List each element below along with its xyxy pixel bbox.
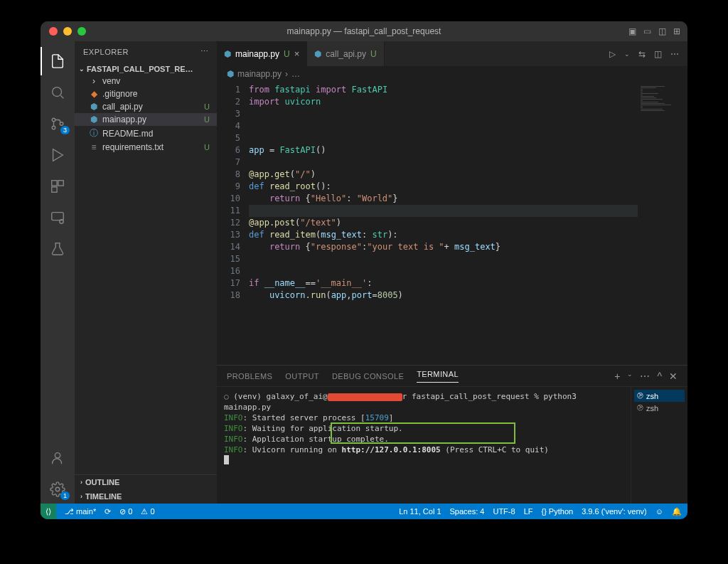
close-panel-icon[interactable]: ✕ [669, 371, 678, 382]
terminal-list-item[interactable]: ⧁zsh [634, 390, 685, 402]
breadcrumb[interactable]: ⬢ mainapp.py › … [217, 66, 687, 82]
terminal-chevron-icon[interactable]: ⌄ [627, 371, 633, 382]
tab-call_api-py[interactable]: ⬢call_api.py U [307, 41, 384, 66]
run-chevron-icon[interactable]: ⌄ [624, 50, 630, 58]
file-name: venv [102, 76, 120, 86]
more-actions-icon[interactable]: ⋯ [670, 49, 679, 59]
svg-rect-4 [52, 181, 57, 186]
file-item-mainapp-py[interactable]: ⬢mainapp.pyU [75, 113, 217, 126]
outline-section[interactable]: ›OUTLINE [75, 475, 217, 489]
close-icon[interactable] [49, 27, 58, 36]
svg-point-2 [52, 126, 55, 129]
sidebar-footer: ›OUTLINE ›TIMELINE [75, 474, 217, 504]
code-line [249, 253, 638, 265]
tab-debug-console[interactable]: DEBUG CONSOLE [332, 372, 404, 381]
file-item-venv[interactable]: ›venv [75, 75, 217, 87]
maximize-panel-icon[interactable]: ^ [657, 371, 662, 382]
layout-customize-icon[interactable]: ⊞ [673, 26, 680, 36]
errors-count[interactable]: ⊘ 0 [119, 507, 132, 516]
search-icon[interactable] [41, 78, 75, 107]
python-icon: ⬢ [227, 69, 234, 79]
code-line: return {"Hello": "World"} [249, 193, 638, 205]
minimap[interactable] [638, 82, 687, 365]
tab-problems[interactable]: PROBLEMS [227, 372, 272, 381]
layout-split-icon[interactable]: ◫ [658, 26, 666, 36]
info-icon: ⓘ [89, 127, 99, 139]
cursor-position[interactable]: Ln 11, Col 1 [399, 507, 441, 516]
maximize-icon[interactable] [77, 27, 86, 36]
split-editor-icon[interactable]: ◫ [654, 49, 662, 59]
chevron-down-icon: ⌄ [79, 65, 85, 73]
language-mode[interactable]: {} Python [541, 507, 573, 516]
window-title: mainapp.py — fastapi_call_post_request [287, 26, 441, 36]
layout-sidebar-icon[interactable]: ▭ [643, 26, 651, 36]
terminal-more-icon[interactable]: ⋯ [640, 371, 650, 382]
code-line: uvicorn.run(app,port=8005) [249, 289, 638, 302]
more-icon[interactable]: ⋯ [200, 47, 209, 56]
redacted-block [328, 393, 402, 401]
file-name: README.md [102, 129, 153, 139]
code-content[interactable]: from fastapi import FastAPIimport uvicor… [249, 82, 638, 365]
panel-tabs: PROBLEMS OUTPUT DEBUG CONSOLE TERMINAL +… [217, 366, 687, 387]
cursor-block [224, 455, 229, 464]
source-control-icon[interactable]: 3 [41, 110, 75, 138]
code-line: if __name__=='__main__': [249, 277, 638, 289]
status-bar: ⟨⟩ ⎇ main* ⟳ ⊘ 0 ⚠ 0 Ln 11, Col 1 Spaces… [41, 504, 687, 519]
remote-indicator[interactable]: ⟨⟩ [41, 504, 56, 519]
run-icon[interactable]: ▷ [609, 49, 616, 59]
project-root[interactable]: ⌄ FASTAPI_CALL_POST_RE… [75, 63, 217, 75]
warnings-count[interactable]: ⚠ 0 [141, 507, 154, 516]
testing-icon[interactable] [41, 235, 75, 263]
file-name: requirements.txt [102, 142, 164, 152]
tab-output[interactable]: OUTPUT [285, 372, 319, 381]
file-item--gitignore[interactable]: ◆.gitignore [75, 87, 217, 100]
notifications-icon[interactable]: 🔔 [672, 507, 682, 516]
new-terminal-icon[interactable]: + [614, 371, 620, 382]
feedback-icon[interactable]: ☺ [655, 507, 663, 516]
tab-mainapp-py[interactable]: ⬢mainapp.py U× [217, 41, 307, 66]
tab-modified: U [284, 49, 290, 59]
titlebar: mainapp.py — fastapi_call_post_request ▣… [41, 21, 687, 41]
file-item-README-md[interactable]: ⓘREADME.md [75, 126, 217, 141]
editor[interactable]: 123456789101112131415161718 from fastapi… [217, 82, 687, 365]
git-branch[interactable]: ⎇ main* [65, 507, 96, 516]
sync-icon[interactable]: ⟳ [105, 507, 111, 516]
file-name: mainapp.py [102, 115, 146, 124]
close-tab-icon[interactable]: × [294, 48, 300, 59]
python-interpreter[interactable]: 3.9.6 ('venv': venv) [582, 507, 647, 516]
layout-panel-icon[interactable]: ▣ [628, 26, 636, 36]
minimize-icon[interactable] [63, 27, 72, 36]
code-line [249, 265, 638, 277]
terminal-list-item[interactable]: ⧁zsh [634, 402, 685, 414]
timeline-section[interactable]: ›TIMELINE [75, 489, 217, 504]
tab-modified: U [370, 49, 377, 59]
settings-icon[interactable]: 1 [41, 475, 75, 504]
code-line: def read_root(): [249, 181, 638, 193]
remote-explorer-icon[interactable] [41, 203, 75, 232]
editor-area: ⬢mainapp.py U×⬢call_api.py U ▷ ⌄ ⇆ ◫ ⋯ ⬢… [217, 41, 687, 504]
file-item-requirements-txt[interactable]: ≡requirements.txtU [75, 141, 217, 154]
git-status: U [204, 143, 210, 151]
svg-rect-7 [52, 213, 64, 220]
run-debug-icon[interactable] [41, 141, 75, 169]
compare-icon[interactable]: ⇆ [638, 49, 646, 59]
code-line: @app.get("/") [249, 169, 638, 181]
eol[interactable]: LF [524, 507, 533, 516]
indentation[interactable]: Spaces: 4 [450, 507, 485, 516]
activity-bar: 3 1 [41, 41, 75, 504]
sidebar: EXPLORER ⋯ ⌄ FASTAPI_CALL_POST_RE… ›venv… [75, 41, 217, 504]
terminal-list: ⧁zsh ⧁zsh [631, 387, 687, 504]
code-line: def read_item(msg_text: str): [249, 229, 638, 241]
encoding[interactable]: UTF-8 [493, 507, 515, 516]
extensions-icon[interactable] [41, 172, 75, 201]
svg-rect-6 [52, 187, 57, 192]
file-item-call_api-py[interactable]: ⬢call_api.pyU [75, 100, 217, 113]
code-line [249, 156, 638, 169]
terminal-line: INFO: Started server process [15709] [224, 413, 623, 423]
tab-terminal[interactable]: TERMINAL [417, 370, 459, 383]
annotation-box [331, 422, 515, 444]
code-line: return {"response":"your text is "+ msg_… [249, 241, 638, 253]
accounts-icon[interactable] [41, 444, 75, 472]
explorer-icon[interactable] [41, 47, 75, 75]
terminal[interactable]: ○ (venv) galaxy_of_ai@r fastapi_call_pos… [217, 387, 631, 504]
